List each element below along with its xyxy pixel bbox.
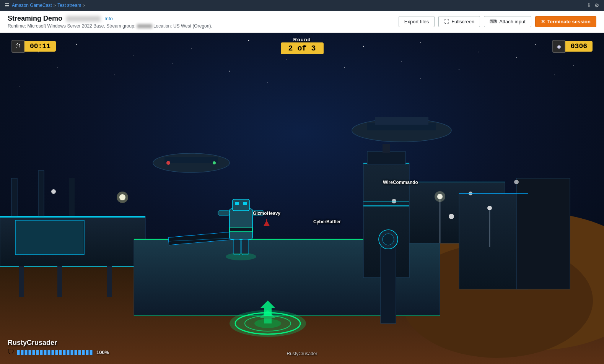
svg-point-9 <box>478 52 479 52</box>
svg-rect-75 <box>375 117 428 125</box>
top-bar-actions: ℹ ⚙ <box>588 2 599 8</box>
svg-rect-31 <box>11 178 17 216</box>
svg-point-15 <box>287 59 287 60</box>
breadcrumb-area: ☰ Amazon GameCast > Test stream > <box>5 2 93 8</box>
svg-rect-81 <box>243 202 247 205</box>
svg-rect-83 <box>252 211 264 215</box>
fullscreen-label: Fullscreen <box>451 19 474 24</box>
svg-point-92 <box>435 191 445 202</box>
svg-rect-40 <box>107 266 112 297</box>
attach-input-label: Attach input <box>499 19 526 24</box>
svg-point-8 <box>420 42 421 43</box>
svg-point-71 <box>166 161 170 165</box>
svg-rect-85 <box>242 239 249 255</box>
svg-point-19 <box>516 57 517 58</box>
svg-point-5 <box>248 40 249 41</box>
svg-rect-80 <box>235 202 239 205</box>
breadcrumb-separator-1: > <box>54 3 56 8</box>
header-info: Streaming Demo Info Runtime: Microsoft W… <box>8 15 212 29</box>
header-metadata: Runtime: Microsoft Windows Server 2022 B… <box>8 23 212 29</box>
svg-point-57 <box>117 192 128 203</box>
svg-point-11 <box>57 67 58 68</box>
svg-point-22 <box>267 82 268 83</box>
svg-point-62 <box>514 180 519 184</box>
svg-rect-86 <box>230 228 252 232</box>
svg-point-72 <box>213 161 216 164</box>
svg-point-13 <box>172 63 172 63</box>
stream-group-blurred <box>137 24 152 28</box>
attach-input-button[interactable]: ⌨ Attach input <box>484 16 531 27</box>
svg-rect-39 <box>57 266 62 297</box>
svg-point-4 <box>191 48 192 49</box>
svg-rect-70 <box>164 157 218 163</box>
header-actions: Export files ⛶ Fullscreen ⌨ Attach input… <box>399 16 596 27</box>
terminate-label: Terminate session <box>547 19 591 24</box>
svg-rect-66 <box>381 247 396 323</box>
svg-point-7 <box>363 46 364 47</box>
page-title: Streaming Demo <box>8 15 62 23</box>
svg-point-10 <box>535 44 536 45</box>
svg-rect-33 <box>69 178 75 216</box>
svg-rect-79 <box>233 199 249 211</box>
svg-point-16 <box>344 67 345 68</box>
runtime-label: Runtime: <box>8 23 26 29</box>
svg-rect-82 <box>218 211 230 215</box>
svg-point-18 <box>459 69 459 70</box>
svg-rect-51 <box>383 144 390 153</box>
svg-point-2 <box>76 44 77 45</box>
hamburger-menu-icon[interactable]: ☰ <box>5 2 10 8</box>
svg-point-14 <box>229 71 230 72</box>
game-scene-svg <box>0 33 604 364</box>
svg-point-68 <box>383 234 394 245</box>
svg-point-17 <box>401 61 402 62</box>
game-viewport[interactable]: ⏱ 00:11 Round 2 of 3 ◈ 0306 WireCommando… <box>0 33 604 364</box>
stream-id-blurred <box>66 16 101 21</box>
terminate-icon: ✕ <box>541 19 545 24</box>
info-icon[interactable]: ℹ <box>588 2 590 8</box>
svg-point-89 <box>226 253 256 260</box>
svg-point-20 <box>573 65 574 66</box>
svg-rect-38 <box>19 266 24 297</box>
breadcrumb-service-link[interactable]: Amazon GameCast <box>12 3 52 8</box>
svg-point-21 <box>19 86 20 87</box>
terminate-session-button[interactable]: ✕ Terminate session <box>535 16 596 27</box>
fullscreen-button[interactable]: ⛶ Fullscreen <box>438 16 480 27</box>
info-link[interactable]: Info <box>104 16 113 21</box>
breadcrumb: Amazon GameCast > Test stream > <box>12 3 93 8</box>
svg-point-60 <box>449 214 454 219</box>
svg-point-12 <box>114 75 115 75</box>
location-value: US West (Oregon). <box>173 23 212 29</box>
svg-point-24 <box>554 75 555 75</box>
export-files-button[interactable]: Export files <box>399 16 435 27</box>
svg-rect-78 <box>230 209 252 239</box>
fullscreen-icon: ⛶ <box>444 19 449 24</box>
top-navigation-bar: ☰ Amazon GameCast > Test stream > ℹ ⚙ <box>0 0 604 11</box>
location-label: Location: <box>153 23 172 29</box>
svg-rect-50 <box>367 151 405 165</box>
svg-point-1 <box>38 52 39 52</box>
svg-rect-32 <box>38 171 44 216</box>
keyboard-icon: ⌨ <box>490 19 497 24</box>
svg-rect-84 <box>233 239 240 255</box>
svg-rect-35 <box>16 221 83 254</box>
breadcrumb-parent-link[interactable]: Test stream <box>57 3 81 8</box>
svg-point-94 <box>487 206 492 210</box>
svg-point-23 <box>420 78 421 79</box>
stream-group-label: Stream group: <box>106 23 135 29</box>
settings-icon[interactable]: ⚙ <box>594 2 599 8</box>
runtime-value: Microsoft Windows Server 2022 Base, <box>27 23 105 29</box>
svg-rect-55 <box>516 178 570 289</box>
svg-point-6 <box>306 54 306 54</box>
header-title-row: Streaming Demo Info <box>8 15 212 23</box>
page-header: Streaming Demo Info Runtime: Microsoft W… <box>0 11 604 33</box>
breadcrumb-separator-2: > <box>83 3 85 8</box>
svg-point-58 <box>51 189 56 194</box>
svg-point-3 <box>133 55 134 56</box>
